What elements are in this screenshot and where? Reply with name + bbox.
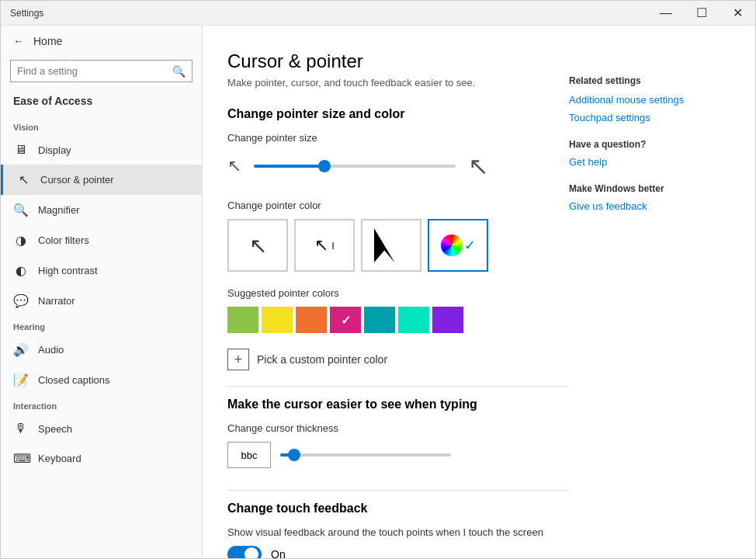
custom-color-button[interactable]: + Pick a custom pointer color bbox=[227, 344, 569, 375]
speech-icon: 🎙 bbox=[13, 422, 29, 436]
feedback-link[interactable]: Give us feedback bbox=[569, 200, 712, 212]
cursor-thickness-row: bbc bbox=[227, 442, 569, 468]
suggested-colors-row bbox=[227, 307, 569, 333]
cursor-large-icon: ↖ bbox=[468, 151, 489, 181]
page-title: Cursor & pointer bbox=[227, 50, 569, 72]
main-content: Cursor & pointer Make pointer, cursor, a… bbox=[203, 26, 755, 558]
have-question-section: Have a question? Get help bbox=[569, 139, 712, 168]
sidebar: ← Home 🔍 Ease of Access Vision 🖥 Display… bbox=[1, 26, 203, 558]
color-swatch-lime[interactable] bbox=[227, 307, 258, 333]
minimize-button[interactable]: — bbox=[648, 1, 684, 26]
display-icon: 🖥 bbox=[13, 143, 29, 157]
plus-icon: + bbox=[227, 349, 249, 370]
suggested-colors-title: Suggested pointer colors bbox=[227, 287, 569, 299]
custom-cursor-icon: ✓ bbox=[441, 234, 476, 256]
touch-toggle-state: On bbox=[271, 548, 286, 558]
sidebar-item-display-label: Display bbox=[38, 144, 71, 156]
sidebar-item-display[interactable]: 🖥 Display bbox=[1, 135, 202, 165]
sidebar-item-color-filters-label: Color filters bbox=[38, 234, 89, 246]
additional-mouse-link[interactable]: Additional mouse settings bbox=[569, 94, 712, 106]
search-input[interactable] bbox=[11, 61, 166, 82]
pointer-size-slider-row: ↖ ↖ bbox=[227, 151, 569, 181]
cursor-preview: bbc bbox=[227, 442, 271, 468]
main-left: Cursor & pointer Make pointer, cursor, a… bbox=[227, 50, 569, 558]
sidebar-item-speech[interactable]: 🎙 Speech bbox=[1, 414, 202, 443]
cursor-icon: ↖ bbox=[16, 172, 31, 187]
windows-title: Make Windows better bbox=[569, 183, 712, 194]
color-swatch-cyan[interactable] bbox=[398, 307, 429, 333]
content-area: ← Home 🔍 Ease of Access Vision 🖥 Display… bbox=[1, 26, 755, 558]
toggle-knob bbox=[244, 547, 258, 558]
sidebar-item-narrator[interactable]: 💬 Narrator bbox=[1, 286, 202, 316]
slider-thumb[interactable] bbox=[318, 160, 331, 172]
section-pointer-title: Change pointer size and color bbox=[227, 107, 569, 121]
slider-track bbox=[254, 165, 456, 168]
back-icon: ← bbox=[13, 35, 24, 47]
search-icon: 🔍 bbox=[166, 65, 192, 78]
pointer-size-label: Change pointer size bbox=[227, 132, 569, 144]
color-swatch-magenta[interactable] bbox=[330, 307, 361, 333]
sidebar-search-box: 🔍 bbox=[10, 60, 192, 82]
sidebar-home-button[interactable]: ← Home bbox=[1, 26, 202, 57]
narrator-icon: 💬 bbox=[13, 293, 29, 308]
sidebar-item-color-filters[interactable]: ◑ Color filters bbox=[1, 225, 202, 255]
divider-2 bbox=[227, 490, 569, 491]
thickness-track bbox=[280, 453, 451, 457]
page-subtitle: Make pointer, cursor, and touch feedback… bbox=[227, 77, 569, 89]
sidebar-item-keyboard[interactable]: ⌨ Keyboard bbox=[1, 443, 202, 474]
high-contrast-icon: ◐ bbox=[13, 263, 29, 278]
related-settings-title: Related settings bbox=[569, 75, 712, 86]
touch-feedback-toggle-row: On bbox=[227, 546, 569, 558]
sidebar-item-magnifier[interactable]: 🔍 Magnifier bbox=[1, 195, 202, 225]
pointer-color-inverted[interactable] bbox=[361, 219, 421, 272]
color-swatch-yellow[interactable] bbox=[262, 307, 293, 333]
sidebar-item-audio[interactable]: 🔊 Audio bbox=[1, 335, 202, 365]
pointer-color-black[interactable]: ↖I bbox=[294, 219, 355, 272]
cursor-thickness-slider[interactable] bbox=[280, 446, 451, 464]
sidebar-item-narrator-label: Narrator bbox=[38, 295, 75, 307]
pointer-color-custom[interactable]: ✓ bbox=[428, 219, 488, 272]
audio-icon: 🔊 bbox=[13, 342, 29, 357]
section-cursor-title: Make the cursor easier to see when typin… bbox=[227, 398, 569, 411]
slider-fill bbox=[254, 165, 324, 168]
hearing-section-label: Hearing bbox=[1, 316, 202, 335]
home-label: Home bbox=[33, 35, 62, 47]
settings-window: Settings — ☐ ✕ ← Home 🔍 Ease of Access V… bbox=[0, 0, 756, 559]
titlebar-title: Settings bbox=[10, 8, 43, 19]
sidebar-item-high-contrast-label: High contrast bbox=[38, 265, 98, 276]
sidebar-item-cursor-label: Cursor & pointer bbox=[40, 174, 114, 186]
sidebar-item-audio-label: Audio bbox=[38, 344, 64, 356]
color-swatch-orange[interactable] bbox=[296, 307, 327, 333]
titlebar-controls: — ☐ ✕ bbox=[648, 1, 755, 26]
color-swatch-teal[interactable] bbox=[364, 307, 395, 333]
close-button[interactable]: ✕ bbox=[720, 1, 755, 26]
question-title: Have a question? bbox=[569, 139, 712, 150]
sidebar-item-magnifier-label: Magnifier bbox=[38, 204, 79, 216]
sidebar-item-cursor-pointer[interactable]: ↖ Cursor & pointer bbox=[1, 165, 202, 195]
related-settings-section: Related settings Additional mouse settin… bbox=[569, 75, 712, 123]
main-inner: Cursor & pointer Make pointer, cursor, a… bbox=[227, 50, 724, 558]
titlebar: Settings — ☐ ✕ bbox=[1, 1, 755, 26]
maximize-button[interactable]: ☐ bbox=[684, 1, 720, 26]
touch-feedback-label: Show visual feedback around the touch po… bbox=[227, 526, 569, 538]
keyboard-icon: ⌨ bbox=[13, 451, 29, 466]
touchpad-link[interactable]: Touchpad settings bbox=[569, 112, 712, 123]
get-help-link[interactable]: Get help bbox=[569, 156, 712, 168]
sidebar-item-high-contrast[interactable]: ◐ High contrast bbox=[1, 255, 202, 286]
color-swatch-purple[interactable] bbox=[432, 307, 463, 333]
vision-section-label: Vision bbox=[1, 116, 202, 135]
touch-toggle[interactable] bbox=[227, 546, 262, 558]
sidebar-item-closed-captions[interactable]: 📝 Closed captions bbox=[1, 365, 202, 395]
pointer-color-white[interactable]: ↖ bbox=[227, 219, 288, 272]
sidebar-item-speech-label: Speech bbox=[38, 423, 72, 435]
thickness-thumb[interactable] bbox=[288, 449, 300, 461]
pointer-size-slider[interactable] bbox=[254, 157, 456, 175]
right-panel: Related settings Additional mouse settin… bbox=[569, 50, 724, 558]
interaction-section-label: Interaction bbox=[1, 395, 202, 414]
cursor-preview-text: bbc bbox=[241, 450, 258, 461]
section-touch-title: Change touch feedback bbox=[227, 502, 569, 516]
pointer-color-options: ↖ ↖I ✓ bbox=[227, 219, 569, 272]
inverted-cursor-icon bbox=[374, 228, 408, 262]
pointer-color-label: Change pointer color bbox=[227, 200, 569, 211]
black-cursor-icon: ↖I bbox=[314, 235, 335, 255]
